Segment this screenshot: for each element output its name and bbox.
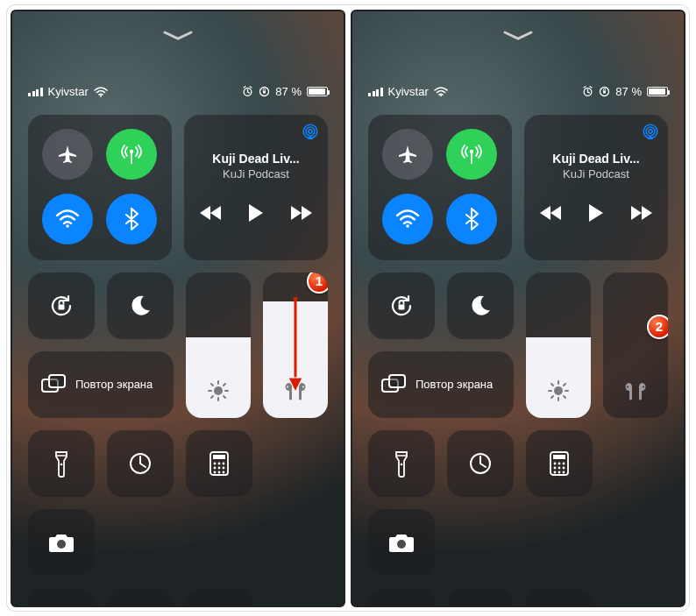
airplay-audio-icon[interactable] bbox=[302, 124, 319, 141]
svg-point-30 bbox=[223, 471, 225, 473]
svg-rect-9 bbox=[59, 304, 65, 309]
phone-screenshot-left: Kyivstar 87 % bbox=[11, 10, 345, 607]
svg-rect-62 bbox=[553, 455, 565, 459]
svg-rect-52 bbox=[399, 304, 405, 309]
flashlight-button[interactable] bbox=[28, 430, 95, 497]
connectivity-tile[interactable] bbox=[368, 115, 512, 260]
media-track-subtitle: KuJi Podcast bbox=[223, 167, 289, 181]
svg-point-49 bbox=[649, 129, 652, 132]
annotation-badge-2: 2 bbox=[647, 315, 668, 339]
screen-mirroring-button[interactable]: Повтор экрана bbox=[368, 351, 514, 418]
status-bar: Kyivstar 87 % bbox=[352, 83, 684, 101]
svg-point-72 bbox=[397, 540, 406, 549]
svg-point-7 bbox=[306, 127, 315, 136]
alarm-button[interactable] bbox=[186, 588, 252, 607]
volume-slider[interactable]: 1 bbox=[263, 273, 328, 418]
sun-icon bbox=[207, 379, 230, 402]
wifi-large-icon bbox=[395, 209, 420, 229]
phone-screenshot-right: Kyivstar 87 % bbox=[351, 10, 685, 607]
svg-point-16 bbox=[294, 297, 298, 301]
brightness-slider[interactable] bbox=[186, 273, 251, 418]
comparison-container: Kyivstar 87 % bbox=[6, 4, 690, 612]
calculator-button[interactable] bbox=[186, 430, 252, 497]
airplane-mode-button[interactable] bbox=[382, 129, 433, 180]
airplane-icon bbox=[56, 143, 79, 166]
chevron-down-icon[interactable] bbox=[163, 31, 193, 41]
orientation-lock-button[interactable] bbox=[368, 273, 435, 339]
timer-button[interactable] bbox=[107, 430, 174, 497]
svg-rect-46 bbox=[603, 91, 606, 94]
drag-down-arrow bbox=[287, 297, 304, 393]
airplay-audio-icon[interactable] bbox=[642, 124, 659, 141]
carrier-label: Kyivstar bbox=[388, 85, 429, 98]
bluetooth-button[interactable] bbox=[106, 194, 157, 244]
svg-point-59 bbox=[401, 463, 403, 465]
wifi-button[interactable] bbox=[382, 194, 433, 244]
control-center-grid: Kuji Dead Liv... KuJi Podcast bbox=[28, 115, 328, 607]
screen-mirroring-button[interactable]: Повтор экрана bbox=[28, 351, 174, 418]
camera-icon bbox=[47, 531, 75, 554]
media-playback-tile[interactable]: Kuji Dead Liv... KuJi Podcast bbox=[524, 115, 668, 260]
svg-point-29 bbox=[218, 471, 221, 473]
svg-rect-21 bbox=[213, 455, 225, 459]
svg-point-22 bbox=[214, 462, 217, 464]
svg-point-68 bbox=[563, 466, 565, 469]
carrier-label: Kyivstar bbox=[48, 85, 89, 98]
moon-icon bbox=[467, 293, 494, 319]
calculator-icon bbox=[549, 450, 570, 477]
wifi-icon bbox=[434, 87, 448, 97]
media-rewind-button[interactable] bbox=[540, 205, 563, 221]
connectivity-tile[interactable] bbox=[28, 115, 172, 260]
chevron-down-icon[interactable] bbox=[503, 31, 533, 41]
media-play-button[interactable] bbox=[247, 203, 265, 223]
media-play-button[interactable] bbox=[587, 203, 605, 223]
calculator-button[interactable] bbox=[526, 430, 593, 497]
svg-point-69 bbox=[554, 471, 557, 473]
media-playback-tile[interactable]: Kuji Dead Liv... KuJi Podcast bbox=[184, 115, 328, 260]
wifi-button[interactable] bbox=[42, 194, 93, 244]
sun-icon bbox=[547, 379, 570, 402]
do-not-disturb-button[interactable] bbox=[107, 273, 174, 339]
alarm-icon bbox=[242, 86, 253, 97]
airpods-icon bbox=[623, 379, 648, 402]
orientation-lock-button[interactable] bbox=[28, 273, 95, 339]
media-forward-button[interactable] bbox=[629, 205, 652, 221]
qr-scanner-button[interactable] bbox=[447, 588, 514, 607]
svg-point-25 bbox=[214, 466, 217, 469]
screen-record-button[interactable] bbox=[28, 588, 95, 607]
svg-point-5 bbox=[66, 224, 69, 228]
calculator-icon bbox=[209, 450, 230, 477]
media-rewind-button[interactable] bbox=[200, 205, 223, 221]
svg-point-55 bbox=[554, 386, 563, 395]
qr-scanner-button[interactable] bbox=[107, 588, 174, 607]
bluetooth-button[interactable] bbox=[446, 194, 497, 244]
timer-button[interactable] bbox=[447, 430, 514, 497]
svg-point-12 bbox=[214, 386, 223, 395]
flashlight-button[interactable] bbox=[368, 430, 435, 497]
media-forward-button[interactable] bbox=[289, 205, 312, 221]
moon-icon bbox=[127, 293, 153, 319]
svg-point-43 bbox=[440, 95, 442, 96]
volume-slider[interactable]: 2 bbox=[603, 273, 668, 418]
svg-point-48 bbox=[406, 224, 409, 228]
brightness-slider[interactable] bbox=[526, 273, 591, 418]
antenna-icon bbox=[460, 143, 483, 166]
screen-record-button[interactable] bbox=[368, 588, 435, 607]
cellular-signal-icon bbox=[368, 88, 383, 96]
svg-point-65 bbox=[563, 462, 565, 464]
airplane-mode-button[interactable] bbox=[42, 129, 93, 180]
cellular-data-button[interactable] bbox=[106, 129, 157, 180]
cellular-data-button[interactable] bbox=[446, 129, 497, 180]
svg-point-56 bbox=[627, 386, 629, 387]
svg-point-63 bbox=[554, 462, 557, 464]
svg-point-18 bbox=[60, 463, 63, 465]
do-not-disturb-button[interactable] bbox=[447, 273, 514, 339]
svg-point-64 bbox=[558, 462, 561, 464]
svg-point-24 bbox=[223, 462, 225, 464]
svg-point-71 bbox=[563, 471, 565, 473]
cellular-signal-icon bbox=[28, 88, 43, 96]
camera-button[interactable] bbox=[368, 509, 435, 576]
alarm-button[interactable] bbox=[526, 588, 593, 607]
camera-button[interactable] bbox=[28, 509, 95, 576]
bluetooth-icon bbox=[464, 207, 479, 231]
